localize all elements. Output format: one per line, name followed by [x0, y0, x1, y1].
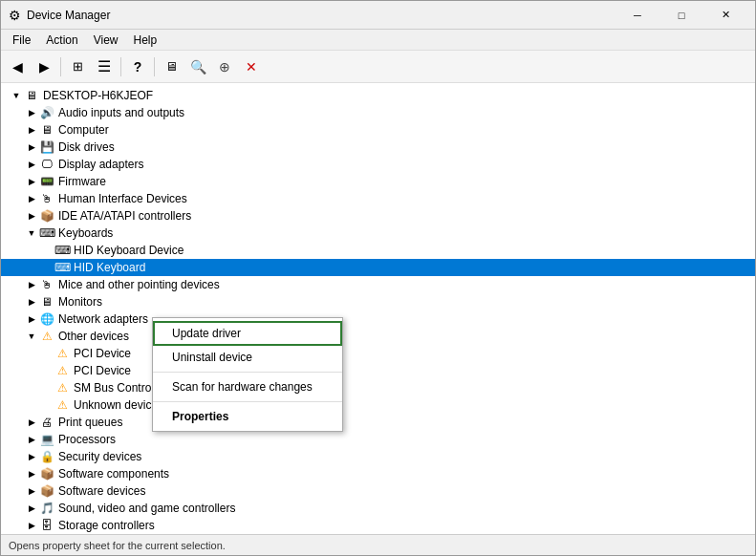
tree-item-print[interactable]: 🖨 Print queues [1, 414, 755, 431]
firmware-icon: 📟 [39, 174, 54, 189]
menu-help[interactable]: Help [126, 32, 165, 49]
ctx-uninstall-device[interactable]: Uninstall device [153, 346, 342, 369]
tree-item-smbus[interactable]: ⚠ SM Bus Controller [1, 379, 755, 396]
tree-item-monitors[interactable]: 🖥 Monitors [1, 293, 755, 310]
scan-changes-button[interactable]: 🔍 [185, 54, 210, 79]
hid-expander[interactable] [24, 191, 39, 206]
maximize-button[interactable]: □ [659, 1, 703, 30]
monitors-label: Monitors [58, 295, 102, 309]
help-button[interactable]: ? [125, 54, 150, 79]
back-button[interactable]: ◀ [5, 54, 30, 79]
ide-expander[interactable] [24, 208, 39, 224]
computer-expander[interactable] [24, 122, 39, 138]
tree-item-computer[interactable]: 🖥 Computer [1, 121, 755, 139]
ide-icon: 📦 [39, 208, 54, 224]
mice-expander[interactable] [24, 277, 39, 292]
tree-item-firmware[interactable]: 📟 Firmware [1, 173, 755, 190]
display-label: Display adapters [58, 158, 143, 171]
other-icon: ⚠ [39, 329, 54, 344]
device-tree[interactable]: 🖥 DESKTOP-H6KJEOF 🔊 Audio inputs and out… [1, 83, 755, 534]
firmware-expander[interactable] [24, 174, 39, 189]
menu-action[interactable]: Action [38, 32, 85, 49]
tree-item-ide[interactable]: 📦 IDE ATA/ATAPI controllers [1, 207, 755, 225]
tree-item-security[interactable]: 🔒 Security devices [1, 448, 755, 465]
hid-kbd-1-icon: ⌨ [54, 243, 70, 258]
mice-icon: 🖱 [39, 277, 54, 292]
ctx-separator-2 [153, 401, 342, 402]
pci-1-label: PCI Device [74, 347, 131, 360]
disk-expander[interactable] [24, 139, 39, 155]
mice-label: Mice and other pointing devices [58, 278, 220, 291]
properties-button[interactable]: ☰ [92, 54, 117, 79]
storage-label: Storage controllers [58, 519, 155, 532]
network-expander[interactable] [24, 311, 39, 327]
sw-components-expander[interactable] [24, 466, 39, 481]
tree-item-other[interactable]: ⚠ Other devices [1, 328, 755, 345]
window-title: Device Manager [27, 9, 616, 22]
minimize-button[interactable]: ─ [616, 1, 659, 30]
tree-item-network[interactable]: 🌐 Network adapters [1, 310, 755, 328]
security-icon: 🔒 [39, 449, 54, 464]
tree-item-keyboards[interactable]: ⌨ Keyboards [1, 225, 755, 242]
audio-expander[interactable] [24, 105, 39, 120]
smbus-expander [39, 380, 54, 396]
tree-item-hid-kbd-1[interactable]: ⌨ HID Keyboard Device [1, 242, 755, 259]
menu-file[interactable]: File [5, 32, 38, 49]
print-icon: 🖨 [39, 415, 54, 430]
content-area: 🖥 DESKTOP-H6KJEOF 🔊 Audio inputs and out… [1, 83, 755, 534]
tree-item-sw-devices[interactable]: 📦 Software devices [1, 482, 755, 500]
keyboards-expander[interactable] [24, 225, 39, 241]
tree-root[interactable]: 🖥 DESKTOP-H6KJEOF [1, 87, 755, 104]
print-expander[interactable] [24, 415, 39, 430]
tree-item-hid-kbd-2[interactable]: ⌨ HID Keyboard [1, 259, 755, 276]
monitors-icon: 🖥 [39, 294, 54, 310]
tree-item-mice[interactable]: 🖱 Mice and other pointing devices [1, 276, 755, 293]
ctx-properties[interactable]: Properties [153, 405, 342, 428]
root-expander[interactable] [9, 88, 24, 103]
keyboards-label: Keyboards [58, 226, 113, 240]
hid-kbd-1-label: HID Keyboard Device [74, 244, 184, 257]
audio-icon: 🔊 [39, 105, 54, 120]
show-all-button[interactable]: ⊞ [65, 54, 90, 79]
tree-item-unknown[interactable]: ⚠ Unknown device [1, 396, 755, 414]
tree-item-processors[interactable]: 💻 Processors [1, 431, 755, 448]
computer-button[interactable]: 🖥 [159, 54, 184, 79]
remove-hardware-button[interactable]: ✕ [239, 54, 264, 79]
hid-label: Human Interface Devices [58, 192, 187, 205]
monitors-expander[interactable] [24, 294, 39, 310]
disk-label: Disk drives [58, 140, 115, 154]
tree-item-hid[interactable]: 🖱 Human Interface Devices [1, 190, 755, 207]
add-hardware-button[interactable]: ⊕ [212, 54, 237, 79]
tree-item-audio[interactable]: 🔊 Audio inputs and outputs [1, 104, 755, 121]
tree-item-storage[interactable]: 🗄 Storage controllers [1, 517, 755, 534]
tree-item-display[interactable]: 🖵 Display adapters [1, 156, 755, 173]
forward-button[interactable]: ▶ [32, 54, 56, 79]
network-icon: 🌐 [39, 311, 54, 327]
tree-item-pci-2[interactable]: ⚠ PCI Device [1, 362, 755, 379]
firmware-label: Firmware [58, 175, 106, 188]
ctx-scan-changes[interactable]: Scan for hardware changes [153, 375, 342, 398]
tree-item-pci-1[interactable]: ⚠ PCI Device [1, 345, 755, 362]
sound-expander[interactable] [24, 501, 39, 516]
tree-item-disk[interactable]: 💾 Disk drives [1, 139, 755, 156]
close-button[interactable]: ✕ [703, 1, 747, 30]
root-label: DESKTOP-H6KJEOF [43, 89, 153, 102]
toolbar-separator-3 [154, 57, 155, 76]
ctx-update-driver[interactable]: Update driver [153, 321, 342, 346]
other-expander[interactable] [24, 329, 39, 344]
ctx-separator [153, 372, 342, 373]
processors-expander[interactable] [24, 432, 39, 447]
display-expander[interactable] [24, 157, 39, 172]
print-label: Print queues [58, 416, 122, 429]
computer-label: Computer [58, 123, 109, 137]
hid-kbd-2-label: HID Keyboard [74, 261, 145, 274]
sw-devices-expander[interactable] [24, 483, 39, 499]
hid-kbd-2-expander [39, 260, 54, 275]
tree-item-sw-components[interactable]: 📦 Software components [1, 465, 755, 482]
menu-view[interactable]: View [86, 32, 126, 49]
security-expander[interactable] [24, 449, 39, 464]
window-controls: ─ □ ✕ [616, 1, 747, 30]
tree-item-sound[interactable]: 🎵 Sound, video and game controllers [1, 500, 755, 517]
storage-expander[interactable] [24, 518, 39, 533]
sw-components-icon: 📦 [39, 466, 54, 481]
